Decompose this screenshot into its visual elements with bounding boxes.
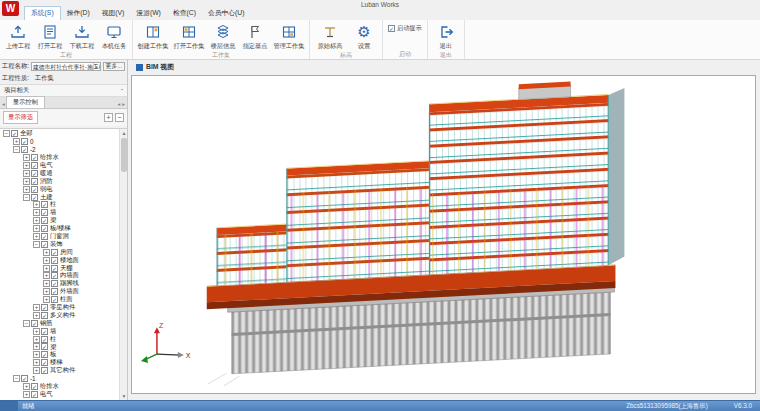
tree-checkbox[interactable]: ✓ bbox=[41, 343, 48, 350]
tree-expand-icon[interactable]: + bbox=[33, 336, 40, 343]
tree-expand-icon[interactable]: + bbox=[33, 304, 40, 311]
tree-expand-icon[interactable]: + bbox=[33, 233, 40, 240]
menu-system[interactable]: 系统(S) bbox=[24, 6, 61, 20]
startup-tip-checkbox[interactable]: ✓ bbox=[388, 25, 395, 32]
tree-checkbox[interactable]: ✓ bbox=[41, 336, 48, 343]
tree-checkbox[interactable]: ✓ bbox=[41, 367, 48, 374]
upload-project-button[interactable]: 上传工程 bbox=[3, 21, 33, 51]
download-project-button[interactable]: 下载工程 bbox=[67, 21, 97, 51]
tree-collapse-icon[interactable]: − bbox=[13, 375, 20, 382]
menu-operate[interactable]: 操作(D) bbox=[61, 7, 96, 20]
menu-roam[interactable]: 漫游(W) bbox=[130, 7, 167, 20]
tree-node[interactable]: +✓其它构件 bbox=[0, 367, 119, 375]
tree-expand-icon[interactable]: + bbox=[23, 391, 30, 398]
tree-node[interactable]: +✓给排水 bbox=[0, 383, 119, 391]
tree-expand-icon[interactable]: + bbox=[33, 217, 40, 224]
tree-node[interactable]: +✓消防 bbox=[0, 177, 119, 185]
expand-all-button[interactable]: + bbox=[104, 113, 113, 122]
tree-collapse-icon[interactable]: − bbox=[23, 320, 30, 327]
tree-checkbox[interactable]: ✓ bbox=[11, 130, 18, 137]
settings-button[interactable]: ⚙ 设置 bbox=[349, 21, 379, 51]
local-tasks-button[interactable]: 本机任务 bbox=[99, 21, 129, 51]
tree-checkbox[interactable]: ✓ bbox=[51, 280, 58, 287]
tree-checkbox[interactable]: ✓ bbox=[31, 391, 38, 398]
tree-node[interactable]: +✓墙 bbox=[0, 327, 119, 335]
tree-scrollbar[interactable]: ▲ ▼ bbox=[119, 129, 127, 400]
tree-expand-icon[interactable]: + bbox=[33, 209, 40, 216]
project-name-select[interactable]: 建德市村社合作事社-施工模型 ▾ bbox=[31, 62, 101, 71]
tree-checkbox[interactable]: ✓ bbox=[31, 383, 38, 390]
tree-node[interactable]: +✓弱电 bbox=[0, 185, 119, 193]
tree-expand-icon[interactable]: + bbox=[33, 351, 40, 358]
tree-checkbox[interactable]: ✓ bbox=[41, 233, 48, 240]
scroll-down-icon[interactable]: ▼ bbox=[120, 392, 127, 400]
tree-expand-icon[interactable]: + bbox=[23, 162, 30, 169]
tree-checkbox[interactable]: ✓ bbox=[41, 217, 48, 224]
tree-node[interactable]: +✓柱 bbox=[0, 201, 119, 209]
tree-checkbox[interactable]: ✓ bbox=[41, 304, 48, 311]
tree-node[interactable]: −✓全部 bbox=[0, 130, 119, 138]
tree-checkbox[interactable]: ✓ bbox=[41, 201, 48, 208]
tree-node[interactable]: +✓0 bbox=[0, 138, 119, 146]
tree-collapse-icon[interactable]: − bbox=[23, 194, 30, 201]
tree-node[interactable]: +✓墙 bbox=[0, 209, 119, 217]
base-point-button[interactable]: 指定基点 bbox=[240, 21, 270, 51]
menu-check[interactable]: 检查(C) bbox=[167, 7, 202, 20]
tree-checkbox[interactable]: ✓ bbox=[51, 257, 58, 264]
manage-workset-button[interactable]: 管理工作集 bbox=[272, 21, 306, 51]
collapse-all-button[interactable]: − bbox=[115, 113, 124, 122]
tree-node[interactable]: +✓暖通 bbox=[0, 169, 119, 177]
tab-display-control[interactable]: 显示控制 bbox=[6, 96, 45, 108]
tree-expand-icon[interactable]: + bbox=[33, 359, 40, 366]
tree-expand-icon[interactable]: + bbox=[43, 288, 50, 295]
tree-expand-icon[interactable]: + bbox=[33, 367, 40, 374]
tree-expand-icon[interactable]: + bbox=[23, 178, 30, 185]
tree-expand-icon[interactable]: + bbox=[23, 170, 30, 177]
tree-expand-icon[interactable]: + bbox=[43, 272, 50, 279]
tree-node[interactable]: +✓梁 bbox=[0, 343, 119, 351]
menu-member-center[interactable]: 会员中心(U) bbox=[202, 7, 251, 20]
tree-expand-icon[interactable]: + bbox=[23, 154, 30, 161]
tree-expand-icon[interactable]: + bbox=[33, 328, 40, 335]
tree-checkbox[interactable]: ✓ bbox=[31, 154, 38, 161]
tree-checkbox[interactable]: ✓ bbox=[31, 170, 38, 177]
startup-tip-checkbox-row[interactable]: ✓ 启动提示 bbox=[388, 24, 422, 33]
tree-checkbox[interactable]: ✓ bbox=[41, 328, 48, 335]
tree-node[interactable]: −✓钢筋 bbox=[0, 319, 119, 327]
open-workset-button[interactable]: 打开工作集 bbox=[172, 21, 206, 51]
tree-checkbox[interactable]: ✓ bbox=[21, 146, 28, 153]
tree-checkbox[interactable]: ✓ bbox=[31, 162, 38, 169]
bim-3d-canvas[interactable]: Z X bbox=[131, 75, 756, 394]
tree-checkbox[interactable]: ✓ bbox=[31, 186, 38, 193]
tree-node[interactable]: +✓多义构件 bbox=[0, 311, 119, 319]
tree-node[interactable]: +✓柱 bbox=[0, 335, 119, 343]
tree-checkbox[interactable]: ✓ bbox=[31, 178, 38, 185]
tree-checkbox[interactable]: ✓ bbox=[51, 265, 58, 272]
tree-expand-icon[interactable]: + bbox=[43, 249, 50, 256]
tree-expand-icon[interactable]: + bbox=[43, 296, 50, 303]
scroll-up-icon[interactable]: ▲ bbox=[120, 129, 127, 137]
tree-collapse-icon[interactable]: − bbox=[3, 130, 10, 137]
tree-node[interactable]: +✓给排水 bbox=[0, 154, 119, 162]
tree-expand-icon[interactable]: + bbox=[33, 343, 40, 350]
more-button[interactable]: 更多... bbox=[103, 62, 125, 71]
bim-view-tab[interactable]: BIM 视图 bbox=[128, 60, 760, 74]
original-elevation-button[interactable]: 原始标高 bbox=[313, 21, 347, 51]
scrollbar-thumb[interactable] bbox=[121, 138, 127, 172]
open-project-button[interactable]: 打开工程 bbox=[35, 21, 65, 51]
tree-node[interactable]: −✓-2 bbox=[0, 146, 119, 154]
tree-checkbox[interactable]: ✓ bbox=[41, 225, 48, 232]
create-workset-button[interactable]: 创建工作集 bbox=[136, 21, 170, 51]
tree-checkbox[interactable]: ✓ bbox=[41, 351, 48, 358]
tree-expand-icon[interactable]: + bbox=[33, 225, 40, 232]
tree-checkbox[interactable]: ✓ bbox=[21, 375, 28, 382]
menu-view[interactable]: 视图(V) bbox=[96, 7, 131, 20]
tree-checkbox[interactable]: ✓ bbox=[31, 320, 38, 327]
tree-node[interactable]: −✓土建 bbox=[0, 193, 119, 201]
tree-expand-icon[interactable]: + bbox=[33, 312, 40, 319]
floor-info-button[interactable]: 楼层信息 bbox=[208, 21, 238, 51]
tree-node[interactable]: −✓-1 bbox=[0, 375, 119, 383]
tree-expand-icon[interactable]: + bbox=[23, 383, 30, 390]
display-filter-button[interactable]: 显示筛选 bbox=[3, 111, 38, 124]
exit-button[interactable]: 退出 bbox=[431, 21, 461, 51]
